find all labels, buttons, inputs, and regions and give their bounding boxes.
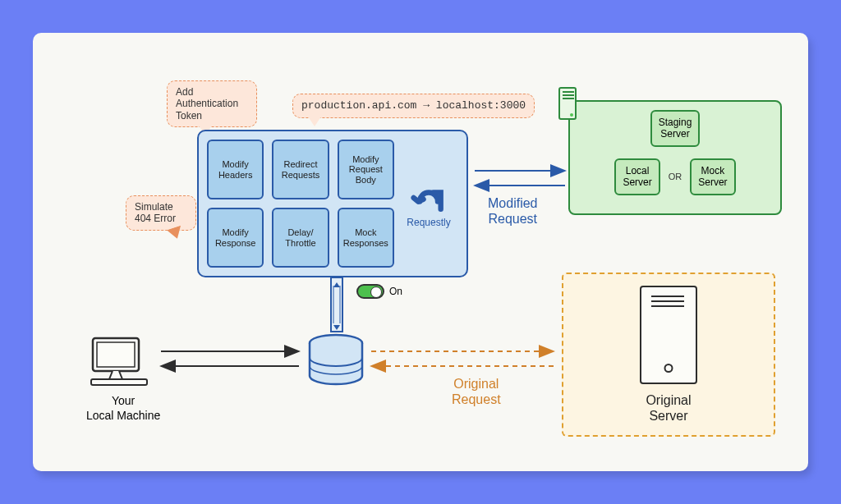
speech-auth-token-text: Add Authentication Token (176, 86, 238, 121)
arrow-local-to-cylinder (156, 343, 304, 376)
rule-redirect-requests: Redirect Requests (272, 140, 329, 199)
requestly-logo-icon (411, 179, 447, 215)
speech-auth-token: Add Authentication Token (167, 80, 257, 127)
rule-modify-headers: Modify Headers (207, 140, 264, 199)
diagram-canvas: Add Authentication Token production.api.… (33, 33, 808, 471)
proxy-toggle-label: On (389, 286, 402, 297)
traffic-cylinder-icon (307, 333, 365, 386)
svg-rect-4 (91, 379, 147, 385)
connector-proxy-to-cylinder (324, 277, 349, 340)
requestly-brand: Requestly (399, 140, 458, 268)
modified-request-label: Modified Request (488, 195, 537, 227)
svg-rect-2 (93, 338, 139, 371)
rule-mock-responses: Mock Responses (338, 208, 394, 268)
original-server-box: Original Server (562, 273, 775, 437)
rule-modify-response: Modify Response (207, 208, 264, 268)
target-server-group: Staging Server Local Server OR Mock Serv… (568, 100, 782, 215)
arrow-cylinder-to-original (368, 343, 558, 376)
computer-icon (86, 335, 152, 391)
toggle-container: On (356, 284, 402, 299)
speech-404-text: Simulate 404 Error (135, 201, 176, 224)
mock-server: Mock Server (690, 158, 735, 195)
or-label: OR (669, 172, 682, 181)
rule-modify-request-body: Modify Request Body (338, 140, 394, 199)
local-machine-label: Your Local Machine (86, 394, 160, 423)
local-machine: Your Local Machine (86, 335, 160, 423)
original-server-label: Original Server (646, 392, 691, 424)
original-server-icon (640, 286, 697, 384)
proxy-toggle[interactable] (356, 284, 384, 299)
speech-redirect-text: production.api.com → localhost:3000 (301, 99, 526, 112)
server-tower-icon (558, 87, 577, 120)
speech-redirect-example: production.api.com → localhost:3000 (292, 94, 535, 118)
requestly-proxy-panel: Modify Headers Redirect Requests Modify … (197, 130, 468, 277)
arrow-proxy-to-servers (471, 161, 570, 197)
local-server: Local Server (614, 158, 659, 195)
speech-simulate-404: Simulate 404 Error (126, 195, 196, 231)
original-request-label: Original Request (452, 376, 501, 407)
rule-delay-throttle: Delay/ Throttle (272, 208, 329, 268)
requestly-brand-label: Requestly (407, 217, 450, 228)
staging-server: Staging Server (650, 110, 701, 147)
